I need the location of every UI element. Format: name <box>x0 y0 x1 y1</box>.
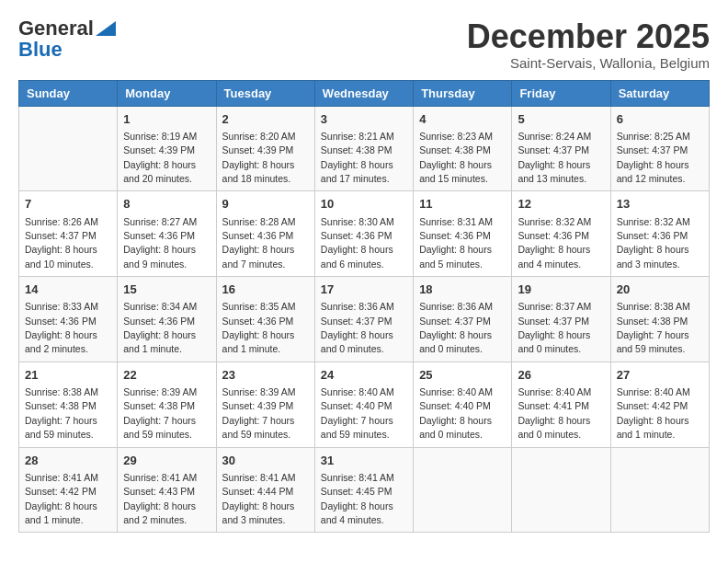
calendar-cell: 22 Sunrise: 8:39 AMSunset: 4:38 PMDaylig… <box>118 362 216 447</box>
calendar-cell: 27 Sunrise: 8:40 AMSunset: 4:42 PMDaylig… <box>610 362 709 447</box>
day-header-tuesday: Tuesday <box>216 80 314 106</box>
day-sunrise: Sunrise: 8:36 AMSunset: 4:37 PMDaylight:… <box>321 301 394 354</box>
day-number: 26 <box>518 367 604 384</box>
calendar-cell: 30 Sunrise: 8:41 AMSunset: 4:44 PMDaylig… <box>216 447 314 533</box>
day-sunrise: Sunrise: 8:40 AMSunset: 4:42 PMDaylight:… <box>617 386 690 440</box>
calendar-cell: 29 Sunrise: 8:41 AMSunset: 4:43 PMDaylig… <box>118 447 216 533</box>
calendar-cell: 26 Sunrise: 8:40 AMSunset: 4:41 PMDaylig… <box>512 362 610 447</box>
day-sunrise: Sunrise: 8:39 AMSunset: 4:39 PMDaylight:… <box>222 386 296 440</box>
calendar-cell: 24 Sunrise: 8:40 AMSunset: 4:40 PMDaylig… <box>314 362 413 447</box>
calendar-cell: 3 Sunrise: 8:21 AMSunset: 4:38 PMDayligh… <box>314 106 413 191</box>
day-number: 4 <box>419 111 506 128</box>
calendar-cell: 21 Sunrise: 8:38 AMSunset: 4:38 PMDaylig… <box>19 362 118 447</box>
day-sunrise: Sunrise: 8:28 AMSunset: 4:36 PMDaylight:… <box>222 216 296 270</box>
day-sunrise: Sunrise: 8:36 AMSunset: 4:37 PMDaylight:… <box>419 301 493 354</box>
day-number: 5 <box>518 111 604 128</box>
calendar-cell: 19 Sunrise: 8:37 AMSunset: 4:37 PMDaylig… <box>512 277 610 362</box>
day-sunrise: Sunrise: 8:38 AMSunset: 4:38 PMDaylight:… <box>617 301 690 354</box>
calendar-cell: 14 Sunrise: 8:33 AMSunset: 4:36 PMDaylig… <box>19 277 118 362</box>
day-sunrise: Sunrise: 8:24 AMSunset: 4:37 PMDaylight:… <box>518 131 591 184</box>
day-number: 24 <box>321 367 407 384</box>
day-sunrise: Sunrise: 8:41 AMSunset: 4:45 PMDaylight:… <box>321 472 394 525</box>
calendar-cell: 20 Sunrise: 8:38 AMSunset: 4:38 PMDaylig… <box>610 277 709 362</box>
day-number: 28 <box>25 453 111 469</box>
day-sunrise: Sunrise: 8:23 AMSunset: 4:38 PMDaylight:… <box>419 131 493 184</box>
calendar-cell: 6 Sunrise: 8:25 AMSunset: 4:37 PMDayligh… <box>610 106 709 191</box>
day-number: 21 <box>25 367 111 384</box>
day-number: 7 <box>25 196 111 213</box>
day-number: 15 <box>123 282 210 298</box>
calendar-cell: 28 Sunrise: 8:41 AMSunset: 4:42 PMDaylig… <box>19 447 118 533</box>
calendar-table: SundayMondayTuesdayWednesdayThursdayFrid… <box>18 80 710 534</box>
day-sunrise: Sunrise: 8:32 AMSunset: 4:36 PMDaylight:… <box>617 216 690 270</box>
day-number: 14 <box>25 282 111 298</box>
logo-blue: Blue <box>18 40 63 60</box>
day-number: 13 <box>617 196 703 213</box>
calendar-cell: 16 Sunrise: 8:35 AMSunset: 4:36 PMDaylig… <box>216 277 314 362</box>
day-number: 22 <box>123 367 210 384</box>
page-header: General Blue December 2025 Saint-Servais… <box>18 18 710 71</box>
calendar-cell: 13 Sunrise: 8:32 AMSunset: 4:36 PMDaylig… <box>610 191 709 277</box>
location-subtitle: Saint-Servais, Wallonia, Belgium <box>467 55 710 71</box>
day-sunrise: Sunrise: 8:25 AMSunset: 4:37 PMDaylight:… <box>617 131 690 184</box>
calendar-cell: 1 Sunrise: 8:19 AMSunset: 4:39 PMDayligh… <box>118 106 216 191</box>
day-number: 10 <box>321 196 407 213</box>
calendar-cell: 17 Sunrise: 8:36 AMSunset: 4:37 PMDaylig… <box>314 277 413 362</box>
title-area: December 2025 Saint-Servais, Wallonia, B… <box>467 18 710 71</box>
calendar-cell: 2 Sunrise: 8:20 AMSunset: 4:39 PMDayligh… <box>216 106 314 191</box>
day-sunrise: Sunrise: 8:38 AMSunset: 4:38 PMDaylight:… <box>25 386 98 440</box>
day-sunrise: Sunrise: 8:37 AMSunset: 4:37 PMDaylight:… <box>518 301 591 354</box>
day-number: 2 <box>222 111 309 128</box>
day-sunrise: Sunrise: 8:21 AMSunset: 4:38 PMDaylight:… <box>321 131 394 184</box>
day-number: 8 <box>123 196 210 213</box>
day-number: 11 <box>419 196 506 213</box>
day-header-monday: Monday <box>118 80 216 106</box>
day-number: 3 <box>321 111 407 128</box>
calendar-cell: 15 Sunrise: 8:34 AMSunset: 4:36 PMDaylig… <box>118 277 216 362</box>
day-sunrise: Sunrise: 8:32 AMSunset: 4:36 PMDaylight:… <box>518 216 591 270</box>
day-sunrise: Sunrise: 8:35 AMSunset: 4:36 PMDaylight:… <box>222 301 296 354</box>
day-number: 1 <box>123 111 210 128</box>
calendar-cell: 23 Sunrise: 8:39 AMSunset: 4:39 PMDaylig… <box>216 362 314 447</box>
day-number: 30 <box>222 453 309 469</box>
day-sunrise: Sunrise: 8:41 AMSunset: 4:43 PMDaylight:… <box>123 472 197 525</box>
calendar-cell <box>610 447 709 533</box>
calendar-cell: 8 Sunrise: 8:27 AMSunset: 4:36 PMDayligh… <box>118 191 216 277</box>
day-sunrise: Sunrise: 8:19 AMSunset: 4:39 PMDaylight:… <box>123 131 197 184</box>
day-sunrise: Sunrise: 8:34 AMSunset: 4:36 PMDaylight:… <box>123 301 197 354</box>
month-title: December 2025 <box>467 18 710 55</box>
calendar-cell <box>512 447 610 533</box>
day-number: 27 <box>617 367 703 384</box>
day-number: 19 <box>518 282 604 298</box>
day-sunrise: Sunrise: 8:40 AMSunset: 4:40 PMDaylight:… <box>419 386 493 440</box>
day-number: 25 <box>419 367 506 384</box>
day-number: 12 <box>518 196 604 213</box>
day-number: 20 <box>617 282 703 298</box>
day-number: 17 <box>321 282 407 298</box>
day-sunrise: Sunrise: 8:40 AMSunset: 4:40 PMDaylight:… <box>321 386 394 440</box>
day-sunrise: Sunrise: 8:27 AMSunset: 4:36 PMDaylight:… <box>123 216 197 270</box>
day-number: 6 <box>617 111 703 128</box>
day-sunrise: Sunrise: 8:31 AMSunset: 4:36 PMDaylight:… <box>419 216 493 270</box>
day-number: 23 <box>222 367 309 384</box>
calendar-cell <box>414 447 512 533</box>
day-sunrise: Sunrise: 8:39 AMSunset: 4:38 PMDaylight:… <box>123 386 197 440</box>
day-header-thursday: Thursday <box>414 80 512 106</box>
calendar-cell: 10 Sunrise: 8:30 AMSunset: 4:36 PMDaylig… <box>314 191 413 277</box>
day-sunrise: Sunrise: 8:40 AMSunset: 4:41 PMDaylight:… <box>518 386 591 440</box>
calendar-cell: 12 Sunrise: 8:32 AMSunset: 4:36 PMDaylig… <box>512 191 610 277</box>
day-header-saturday: Saturday <box>610 80 709 106</box>
day-number: 16 <box>222 282 309 298</box>
calendar-cell: 5 Sunrise: 8:24 AMSunset: 4:37 PMDayligh… <box>512 106 610 191</box>
day-number: 9 <box>222 196 309 213</box>
calendar-cell: 25 Sunrise: 8:40 AMSunset: 4:40 PMDaylig… <box>414 362 512 447</box>
calendar-cell: 11 Sunrise: 8:31 AMSunset: 4:36 PMDaylig… <box>414 191 512 277</box>
day-header-sunday: Sunday <box>19 80 118 106</box>
day-sunrise: Sunrise: 8:41 AMSunset: 4:42 PMDaylight:… <box>25 472 98 525</box>
day-sunrise: Sunrise: 8:20 AMSunset: 4:39 PMDaylight:… <box>222 131 296 184</box>
day-header-wednesday: Wednesday <box>314 80 413 106</box>
day-number: 29 <box>123 453 210 469</box>
calendar-cell <box>19 106 118 191</box>
day-sunrise: Sunrise: 8:30 AMSunset: 4:36 PMDaylight:… <box>321 216 394 270</box>
calendar-cell: 18 Sunrise: 8:36 AMSunset: 4:37 PMDaylig… <box>414 277 512 362</box>
